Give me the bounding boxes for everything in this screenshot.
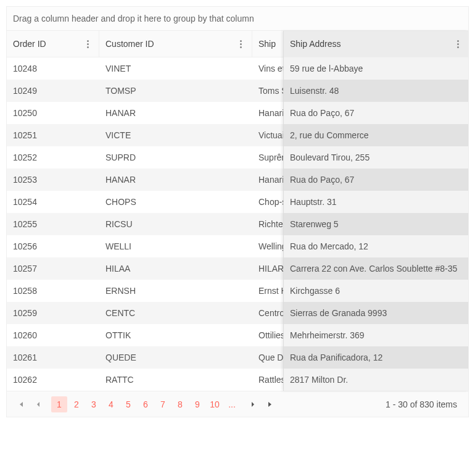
table-row[interactable]: Rua da Panificadora, 12 <box>284 346 468 369</box>
pager-page-10[interactable]: 10 <box>207 396 223 412</box>
cell-customerid: SUPRD <box>99 152 252 162</box>
cell-shipaddress: Luisenstr. 48 <box>284 86 469 96</box>
cell-orderid: 10260 <box>7 330 99 340</box>
table-row[interactable]: Luisenstr. 48 <box>284 80 468 102</box>
pager-prev-button[interactable] <box>30 396 46 412</box>
cell-shipname: Rattlesnake Canyon Grocery <box>252 375 283 385</box>
cell-orderid: 10259 <box>7 308 99 318</box>
cell-shipaddress: Carrera 22 con Ave. Carlos Soublette #8-… <box>284 264 469 273</box>
cell-orderid: 10256 <box>7 241 99 251</box>
pager-page-3[interactable]: 3 <box>86 396 102 412</box>
cell-shipaddress: 2817 Milton Dr. <box>284 375 469 385</box>
cell-orderid: 10257 <box>7 264 99 273</box>
cell-shipname: Chop-suey Chinese <box>252 197 283 207</box>
cell-orderid: 10254 <box>7 197 99 207</box>
cell-shipname: Victuailles en stock <box>252 130 283 140</box>
cell-shipaddress: Mehrheimerstr. 369 <box>284 330 469 340</box>
cell-customerid: CENTC <box>99 308 252 318</box>
cell-shipname: Hanari Carnes <box>252 175 283 185</box>
cell-shipname: Que Delícia <box>252 353 283 362</box>
cell-shipname: Vins et alcools Chevalier <box>252 64 283 73</box>
table-row[interactable]: Kirchgasse 6 <box>284 280 468 302</box>
cell-shipname: Ottilies Käseladen <box>252 330 283 340</box>
cell-customerid: RICSU <box>99 219 252 229</box>
cell-shipname: HILARION-Abastos <box>252 264 283 273</box>
table-row[interactable]: Sierras de Granada 9993 <box>284 302 468 324</box>
pager-page-7[interactable]: 7 <box>155 396 171 412</box>
cell-orderid: 10253 <box>7 175 99 185</box>
cell-customerid: HANAR <box>99 108 252 118</box>
last-page-icon <box>266 401 274 408</box>
cell-customerid: HANAR <box>99 175 252 185</box>
cell-orderid: 10258 <box>7 286 99 296</box>
cell-shipaddress: 2, rue du Commerce <box>284 130 469 140</box>
column-header-orderid[interactable]: Order ID <box>7 31 99 57</box>
cell-shipaddress: Kirchgasse 6 <box>284 286 469 296</box>
pager-page-8[interactable]: 8 <box>172 396 188 412</box>
pager-page-4[interactable]: 4 <box>103 396 119 412</box>
next-page-icon <box>250 401 256 407</box>
group-panel[interactable]: Drag a column header and drop it here to… <box>7 7 468 31</box>
cell-shipname: Hanari Carnes <box>252 108 283 118</box>
cell-shipaddress: Rua da Panificadora, 12 <box>284 353 469 362</box>
grid-body: Order ID Customer ID Ship Name 10248VINE… <box>7 31 468 391</box>
pager-info: 1 - 30 of 830 items <box>386 399 462 409</box>
frozen-column: Ship Address 59 rue de l-AbbayeLuisenstr… <box>283 31 468 391</box>
cell-orderid: 10248 <box>7 64 99 73</box>
table-row[interactable]: Hauptstr. 31 <box>284 191 468 213</box>
cell-shipaddress: Hauptstr. 31 <box>284 197 469 207</box>
column-label: Ship Address <box>290 39 341 49</box>
column-menu-icon[interactable] <box>453 39 463 49</box>
cell-shipaddress: Sierras de Granada 9993 <box>284 308 469 318</box>
cell-customerid: HILAA <box>99 264 252 273</box>
cell-customerid: QUEDE <box>99 353 252 362</box>
cell-shipaddress: Rua do Paço, 67 <box>284 108 469 118</box>
pager-last-button[interactable] <box>262 396 278 412</box>
table-row[interactable]: Rua do Mercado, 12 <box>284 235 468 257</box>
pager-page-2[interactable]: 2 <box>68 396 85 412</box>
pager-first-button[interactable] <box>13 396 29 412</box>
pager-page-9[interactable]: 9 <box>189 396 205 412</box>
pager-page-6[interactable]: 6 <box>138 396 154 412</box>
cell-shipaddress: Rua do Paço, 67 <box>284 175 469 185</box>
cell-shipaddress: Rua do Mercado, 12 <box>284 241 469 251</box>
cell-shipname: Wellington Importadora <box>252 241 283 251</box>
table-row[interactable]: Boulevard Tirou, 255 <box>284 146 468 169</box>
cell-orderid: 10252 <box>7 152 99 162</box>
cell-customerid: OTTIK <box>99 330 252 340</box>
column-label: Customer ID <box>105 39 154 49</box>
cell-customerid: CHOPS <box>99 197 252 207</box>
table-row[interactable]: 2, rue du Commerce <box>284 124 468 146</box>
cell-customerid: ERNSH <box>99 286 252 296</box>
pager-more[interactable]: ... <box>224 396 240 412</box>
cell-customerid: VICTE <box>99 130 252 140</box>
table-row[interactable]: Rua do Paço, 67 <box>284 102 468 124</box>
cell-orderid: 10255 <box>7 219 99 229</box>
table-row[interactable]: Starenweg 5 <box>284 213 468 235</box>
table-row[interactable]: Carrera 22 con Ave. Carlos Soublette #8-… <box>284 257 468 280</box>
data-grid: Drag a column header and drop it here to… <box>6 6 469 417</box>
column-menu-icon[interactable] <box>236 39 246 49</box>
cell-shipaddress: 59 rue de l-Abbaye <box>284 64 469 73</box>
column-header-customerid[interactable]: Customer ID <box>99 31 252 57</box>
table-row[interactable]: 2817 Milton Dr. <box>284 369 468 391</box>
column-header-shipname[interactable]: Ship Name <box>252 31 283 57</box>
cell-shipname: Ernst Handel <box>252 286 283 296</box>
pager-page-5[interactable]: 5 <box>120 396 136 412</box>
cell-orderid: 10262 <box>7 375 99 385</box>
cell-shipname: Richter Supermarkt <box>252 219 283 229</box>
column-menu-icon[interactable] <box>83 39 93 49</box>
pager-next-button[interactable] <box>245 396 261 412</box>
frozen-header-row: Ship Address <box>284 31 468 57</box>
table-row[interactable]: 59 rue de l-Abbaye <box>284 57 468 80</box>
column-label: Order ID <box>13 39 46 49</box>
cell-shipname: Suprêmes délices <box>252 152 283 162</box>
pager-controls: 12345678910... <box>13 396 278 412</box>
cell-customerid: VINET <box>99 64 252 73</box>
pager-page-1[interactable]: 1 <box>51 396 67 412</box>
column-header-shipaddress[interactable]: Ship Address <box>284 31 469 57</box>
table-row[interactable]: Rua do Paço, 67 <box>284 169 468 191</box>
table-row[interactable]: Mehrheimerstr. 369 <box>284 324 468 346</box>
cell-customerid: RATTC <box>99 375 252 385</box>
prev-page-icon <box>35 401 41 407</box>
